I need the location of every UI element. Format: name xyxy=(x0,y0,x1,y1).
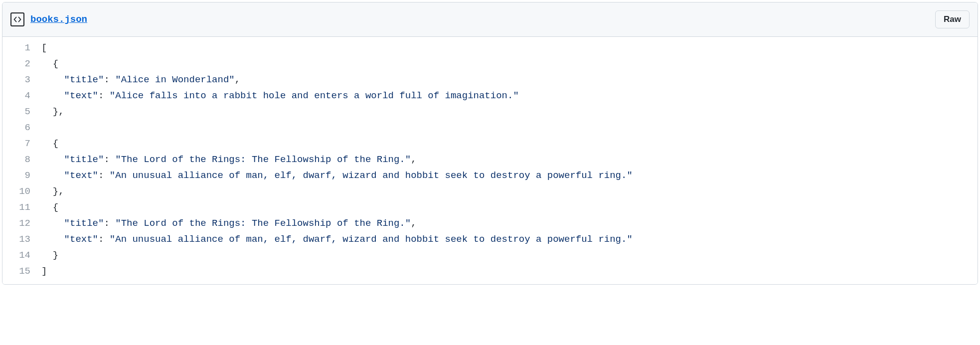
file-header: books.json Raw xyxy=(2,2,978,37)
code-line: 5 }, xyxy=(2,104,978,120)
line-content: { xyxy=(41,199,978,215)
line-content: "title": "Alice in Wonderland", xyxy=(41,72,978,88)
json-key: "title" xyxy=(64,154,104,165)
file-header-left: books.json xyxy=(10,12,87,26)
code-line: 1[ xyxy=(2,40,978,56)
line-content: }, xyxy=(41,104,978,120)
line-content: "title": "The Lord of the Rings: The Fel… xyxy=(41,152,978,168)
json-punct: { xyxy=(53,58,58,69)
json-key: "title" xyxy=(64,218,104,229)
json-punct: ] xyxy=(41,266,47,277)
line-number: 4 xyxy=(2,88,41,104)
json-string: "The Lord of the Rings: The Fellowship o… xyxy=(115,154,411,165)
line-content xyxy=(41,120,978,136)
code-line: 12 "title": "The Lord of the Rings: The … xyxy=(2,215,978,231)
line-content: { xyxy=(41,136,978,152)
code-line: 9 "text": "An unusual alliance of man, e… xyxy=(2,168,978,183)
json-punct: : xyxy=(104,74,115,85)
json-punct: : xyxy=(98,234,110,245)
line-number: 3 xyxy=(2,72,41,88)
code-area: 1[2 {3 "title": "Alice in Wonderland",4 … xyxy=(2,37,978,284)
code-icon xyxy=(10,12,24,26)
line-number: 1 xyxy=(2,40,41,56)
line-content: "text": "An unusual alliance of man, elf… xyxy=(41,231,978,247)
json-string: "Alice in Wonderland" xyxy=(115,74,234,85)
line-number: 2 xyxy=(2,56,41,72)
raw-button[interactable]: Raw xyxy=(935,10,970,28)
line-number: 14 xyxy=(2,247,41,263)
json-key: "title" xyxy=(64,74,104,85)
json-punct: }, xyxy=(53,186,64,197)
json-string: "An unusual alliance of man, elf, dwarf,… xyxy=(110,234,633,245)
line-number: 11 xyxy=(2,199,41,215)
code-line: 7 { xyxy=(2,136,978,152)
json-punct: }, xyxy=(53,106,64,117)
line-content: [ xyxy=(41,40,978,56)
line-number: 10 xyxy=(2,183,41,199)
code-line: 10 }, xyxy=(2,183,978,199)
line-content: "text": "Alice falls into a rabbit hole … xyxy=(41,88,978,104)
file-box: books.json Raw 1[2 {3 "title": "Alice in… xyxy=(2,2,978,285)
json-punct: : xyxy=(104,154,115,165)
json-punct: { xyxy=(53,202,58,213)
json-punct: : xyxy=(98,170,110,181)
line-content: "text": "An unusual alliance of man, elf… xyxy=(41,168,978,183)
line-number: 6 xyxy=(2,120,41,136)
code-line: 4 "text": "Alice falls into a rabbit hol… xyxy=(2,88,978,104)
json-string: "The Lord of the Rings: The Fellowship o… xyxy=(115,218,411,229)
json-string: "Alice falls into a rabbit hole and ente… xyxy=(110,90,519,101)
line-content: ] xyxy=(41,263,978,279)
code-line: 6 xyxy=(2,120,978,136)
json-key: "text" xyxy=(64,170,98,181)
line-number: 9 xyxy=(2,168,41,183)
json-string: "An unusual alliance of man, elf, dwarf,… xyxy=(110,170,633,181)
json-punct: , xyxy=(411,218,416,229)
line-content: "title": "The Lord of the Rings: The Fel… xyxy=(41,215,978,231)
json-punct: : xyxy=(98,90,110,101)
line-content: }, xyxy=(41,183,978,199)
line-number: 5 xyxy=(2,104,41,120)
line-number: 13 xyxy=(2,231,41,247)
json-punct: , xyxy=(411,154,416,165)
json-punct: [ xyxy=(41,42,47,53)
code-line: 8 "title": "The Lord of the Rings: The F… xyxy=(2,152,978,168)
line-number: 12 xyxy=(2,215,41,231)
line-content: } xyxy=(41,247,978,263)
code-line: 15] xyxy=(2,263,978,279)
line-number: 8 xyxy=(2,152,41,168)
filename-link[interactable]: books.json xyxy=(30,14,87,25)
code-line: 2 { xyxy=(2,56,978,72)
json-punct: } xyxy=(53,250,58,261)
json-punct: , xyxy=(235,74,240,85)
json-key: "text" xyxy=(64,234,98,245)
line-number: 15 xyxy=(2,263,41,279)
json-key: "text" xyxy=(64,90,98,101)
code-line: 11 { xyxy=(2,199,978,215)
json-punct: { xyxy=(53,138,58,149)
code-line: 14 } xyxy=(2,247,978,263)
json-punct: : xyxy=(104,218,115,229)
code-line: 13 "text": "An unusual alliance of man, … xyxy=(2,231,978,247)
code-line: 3 "title": "Alice in Wonderland", xyxy=(2,72,978,88)
line-content: { xyxy=(41,56,978,72)
line-number: 7 xyxy=(2,136,41,152)
